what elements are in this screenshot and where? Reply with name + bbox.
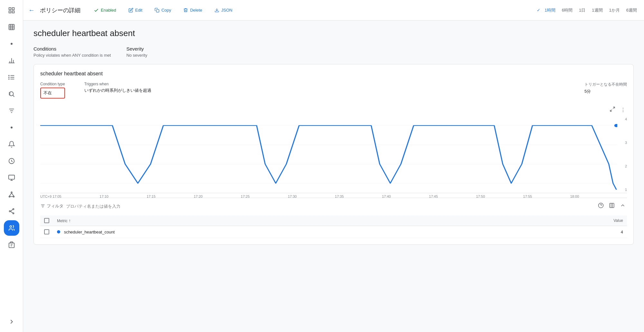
sidebar-item-monitor[interactable] bbox=[4, 170, 19, 185]
chart-container: ⋮ 4 3 2 1 bbox=[40, 105, 627, 195]
svg-rect-30 bbox=[8, 175, 14, 179]
sidebar bbox=[0, 0, 23, 332]
delete-button[interactable]: Delete bbox=[179, 5, 206, 15]
x-label-1: 17:10 bbox=[99, 194, 109, 198]
condition-type-label: Condition type bbox=[40, 82, 65, 86]
x-label-0: UTC+9 17:05 bbox=[40, 194, 62, 198]
sidebar-item-barchart[interactable] bbox=[4, 53, 19, 68]
x-label-9: 17:50 bbox=[476, 194, 485, 198]
edit-button[interactable]: Edit bbox=[124, 5, 147, 15]
svg-point-40 bbox=[9, 211, 10, 212]
svg-rect-1 bbox=[12, 8, 14, 10]
chart-xaxis: UTC+9 17:05 17:10 17:15 17:20 17:25 17:3… bbox=[40, 193, 617, 200]
sort-icon[interactable]: ↑ bbox=[69, 218, 71, 223]
sidebar-item-dashboard[interactable] bbox=[4, 3, 19, 18]
filter-collapse-icon[interactable] bbox=[619, 201, 627, 211]
svg-line-42 bbox=[10, 210, 13, 212]
enabled-button[interactable]: Enabled bbox=[90, 5, 120, 15]
sidebar-item-nodes[interactable] bbox=[4, 187, 19, 202]
json-button[interactable]: JSON bbox=[210, 5, 237, 15]
sidebar-item-filterlist[interactable] bbox=[4, 103, 19, 119]
filter-label: フィルタ bbox=[40, 203, 63, 209]
svg-point-19 bbox=[8, 79, 9, 80]
sidebar-item-expand[interactable] bbox=[4, 314, 19, 329]
x-label-8: 17:45 bbox=[429, 194, 438, 198]
topbar: ← ポリシーの詳細 Enabled Edit Copy Delete JSON bbox=[23, 0, 644, 21]
topbar-title: ポリシーの詳細 bbox=[40, 6, 80, 14]
filter-text: フィルタ bbox=[47, 203, 63, 209]
conditions-col: Conditions Policy violates when ANY cond… bbox=[33, 46, 111, 58]
condition-type-item: Condition type 不在 bbox=[40, 82, 65, 99]
svg-line-53 bbox=[610, 110, 612, 111]
time-filter-6h[interactable]: 6時間 bbox=[560, 6, 574, 14]
condition-type-value: 不在 bbox=[43, 90, 52, 95]
chart-more-icon[interactable]: ⋮ bbox=[619, 106, 627, 114]
conditions-desc: Policy violates when ANY condition is me… bbox=[33, 53, 111, 58]
svg-line-36 bbox=[9, 193, 11, 196]
severity-label: Severity bbox=[126, 46, 147, 52]
svg-point-18 bbox=[8, 77, 9, 78]
condition-meta: Condition type 不在 Triggers when いずれかの時系列… bbox=[40, 82, 627, 99]
filter-help-icon[interactable] bbox=[597, 201, 605, 211]
time-filter-1d[interactable]: 1日 bbox=[577, 6, 587, 14]
sidebar-item-grid[interactable] bbox=[4, 19, 19, 35]
filter-columns-icon[interactable] bbox=[608, 201, 616, 211]
severity-col: Severity No severity bbox=[126, 46, 147, 58]
filter-input[interactable] bbox=[66, 204, 594, 209]
time-filter-1w[interactable]: 1週間 bbox=[590, 6, 604, 14]
time-filter-6w[interactable]: 6週間 bbox=[624, 6, 639, 14]
absence-item: トリガーとなる不在時間 5分 bbox=[584, 82, 627, 99]
svg-rect-68 bbox=[610, 203, 614, 208]
header-checkbox[interactable] bbox=[44, 218, 49, 223]
time-filter-1m[interactable]: 1か月 bbox=[607, 6, 622, 14]
x-label-6: 17:35 bbox=[335, 194, 344, 198]
svg-point-33 bbox=[11, 192, 12, 193]
sidebar-item-clipboard[interactable] bbox=[4, 237, 19, 252]
x-label-3: 17:20 bbox=[194, 194, 203, 198]
sidebar-item-searchlist[interactable] bbox=[4, 86, 19, 102]
absence-label: トリガーとなる不在時間 bbox=[584, 82, 627, 87]
svg-point-44 bbox=[10, 226, 12, 228]
svg-rect-4 bbox=[9, 24, 14, 30]
condition-card-title: scheduler heartbeat absent bbox=[40, 71, 627, 77]
x-label-5: 17:30 bbox=[288, 194, 297, 198]
sidebar-item-people[interactable] bbox=[4, 220, 19, 236]
triggers-when-item: Triggers when いずれかの時系列がしきい値を超過 bbox=[84, 82, 565, 99]
row-checkbox-cell bbox=[40, 226, 53, 238]
main-content: ← ポリシーの詳細 Enabled Edit Copy Delete JSON bbox=[23, 0, 644, 332]
svg-rect-57 bbox=[40, 116, 617, 193]
chart-svg bbox=[40, 116, 617, 193]
svg-rect-50 bbox=[156, 10, 159, 12]
triggers-when-value: いずれかの時系列がしきい値を超過 bbox=[84, 88, 565, 93]
checkmark-icon: ✓ bbox=[537, 8, 540, 13]
row-metric-cell: scheduler_heartbeat_count bbox=[53, 226, 507, 238]
sidebar-item-circle[interactable] bbox=[4, 153, 19, 169]
page-title: scheduler heartbeat absent bbox=[33, 28, 634, 38]
svg-rect-0 bbox=[9, 8, 11, 10]
time-filter-1h[interactable]: 1時間 bbox=[543, 6, 557, 14]
row-checkbox[interactable] bbox=[44, 229, 49, 234]
condition-type-box: 不在 bbox=[40, 88, 65, 99]
sidebar-item-dot2[interactable] bbox=[4, 120, 19, 135]
x-label-4: 17:25 bbox=[241, 194, 250, 198]
svg-line-52 bbox=[613, 107, 615, 109]
row-metric: scheduler_heartbeat_count bbox=[64, 230, 115, 234]
sidebar-item-bell[interactable] bbox=[4, 137, 19, 152]
back-button[interactable]: ← bbox=[28, 6, 35, 14]
sidebar-item-dot1[interactable] bbox=[4, 36, 19, 52]
metric-dot bbox=[57, 230, 60, 233]
svg-point-17 bbox=[8, 75, 9, 76]
conditions-label: Conditions bbox=[33, 46, 111, 52]
chart-y-labels: 4 3 2 1 bbox=[617, 116, 627, 193]
x-label-11: 18:00 bbox=[570, 194, 579, 198]
svg-rect-46 bbox=[9, 243, 14, 248]
absence-value: 5分 bbox=[584, 89, 627, 94]
copy-button[interactable]: Copy bbox=[150, 5, 175, 15]
table-header-checkbox bbox=[40, 215, 53, 226]
sidebar-item-nodes2[interactable] bbox=[4, 204, 19, 219]
svg-line-43 bbox=[10, 211, 13, 213]
sidebar-item-list[interactable] bbox=[4, 70, 19, 85]
chart-expand-icon[interactable] bbox=[608, 105, 617, 115]
chart-toolbar: ⋮ bbox=[40, 105, 627, 115]
y-label-4: 4 bbox=[617, 117, 627, 121]
